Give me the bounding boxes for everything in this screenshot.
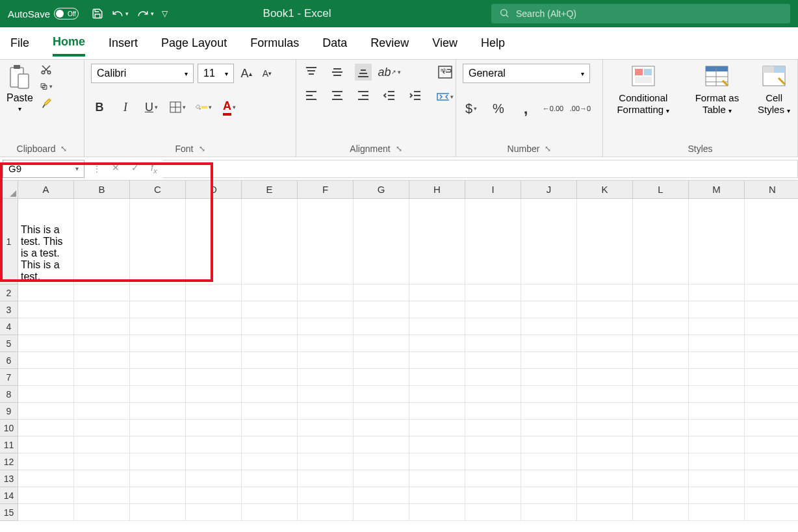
align-left-icon[interactable] [303,87,320,104]
cell[interactable] [409,437,465,453]
percent-format-icon[interactable]: % [490,100,507,117]
cell[interactable] [745,301,798,318]
column-header[interactable]: A [18,181,74,199]
tab-page-layout[interactable]: Page Layout [161,31,227,55]
cell[interactable] [577,199,633,285]
cell[interactable] [633,487,689,504]
cell[interactable] [74,199,130,285]
cell[interactable] [18,369,74,386]
cell[interactable] [689,437,745,453]
tab-home[interactable]: Home [53,30,85,57]
cell[interactable] [242,199,298,285]
cell[interactable] [242,487,298,504]
cell[interactable] [633,437,689,453]
column-header[interactable]: I [465,181,521,199]
cell[interactable] [465,470,521,487]
cell[interactable] [18,470,74,487]
cell[interactable] [745,318,798,335]
row-header[interactable]: 2 [0,285,18,301]
accounting-format-icon[interactable]: $▾ [463,100,480,117]
row-header[interactable]: 11 [0,437,18,453]
cell[interactable] [186,487,242,504]
cell[interactable] [18,335,74,352]
cell[interactable] [465,369,521,386]
cell[interactable] [186,470,242,487]
format-as-table-button[interactable]: Format as Table ▾ [693,64,741,116]
cell[interactable] [521,437,577,453]
cell[interactable] [689,487,745,504]
cell[interactable] [130,487,186,504]
italic-button[interactable]: I [117,99,134,116]
cell[interactable] [633,318,689,335]
row-header[interactable]: 14 [0,487,18,504]
cell[interactable] [409,504,465,521]
increase-decimal-icon[interactable]: ←0.00 [545,100,561,117]
format-painter-icon[interactable] [40,97,53,109]
cell[interactable] [633,504,689,521]
cell[interactable] [409,487,465,504]
decrease-decimal-icon[interactable]: .00→0 [572,100,589,117]
cell[interactable] [186,437,242,453]
cell[interactable] [186,285,242,301]
row-header[interactable]: 13 [0,470,18,487]
cell[interactable] [130,504,186,521]
cell[interactable] [298,504,354,521]
cell[interactable] [18,504,74,521]
cell[interactable] [186,369,242,386]
chevron-down-icon[interactable]: ▾ [18,105,21,112]
cell[interactable] [745,369,798,386]
comma-format-icon[interactable]: , [517,100,534,117]
cell[interactable] [409,369,465,386]
increase-font-icon[interactable]: A▴ [238,65,255,82]
cell[interactable] [745,352,798,369]
cell[interactable] [74,487,130,504]
cell[interactable] [409,470,465,487]
cell[interactable] [18,487,74,504]
cell[interactable] [298,403,354,420]
cell[interactable] [745,403,798,420]
cell[interactable] [130,318,186,335]
cell[interactable] [745,335,798,352]
cell[interactable] [577,335,633,352]
cell[interactable] [409,453,465,470]
row-header[interactable]: 12 [0,453,18,470]
cell[interactable] [521,403,577,420]
row-header[interactable]: 5 [0,335,18,352]
cell[interactable] [409,420,465,437]
cell[interactable] [298,301,354,318]
cell[interactable] [689,403,745,420]
cell[interactable] [465,504,521,521]
copy-icon[interactable]: ▾ [40,81,53,92]
cell[interactable] [354,369,409,386]
cell[interactable] [465,318,521,335]
cell[interactable] [186,301,242,318]
cell[interactable] [521,352,577,369]
cell[interactable] [186,335,242,352]
cell[interactable] [521,420,577,437]
column-header[interactable]: C [130,181,186,199]
cell[interactable] [745,285,798,301]
cell[interactable] [633,352,689,369]
cell[interactable] [745,420,798,437]
cell[interactable] [577,369,633,386]
cell[interactable] [577,437,633,453]
cell[interactable] [577,352,633,369]
cell[interactable] [298,352,354,369]
cell[interactable] [242,285,298,301]
cell[interactable] [242,352,298,369]
cell[interactable] [130,470,186,487]
cell[interactable] [130,199,186,285]
row-header[interactable]: 7 [0,369,18,386]
cell[interactable] [577,301,633,318]
merge-center-icon[interactable]: ▾ [437,88,454,105]
cell[interactable] [354,403,409,420]
tab-view[interactable]: View [432,31,457,55]
column-header[interactable]: M [689,181,745,199]
column-header[interactable]: F [298,181,354,199]
cell[interactable] [298,487,354,504]
cancel-formula-icon[interactable]: ✕ [112,162,120,175]
row-header[interactable]: 8 [0,386,18,403]
column-header[interactable]: L [633,181,689,199]
cell[interactable] [186,199,242,285]
cell[interactable] [186,318,242,335]
